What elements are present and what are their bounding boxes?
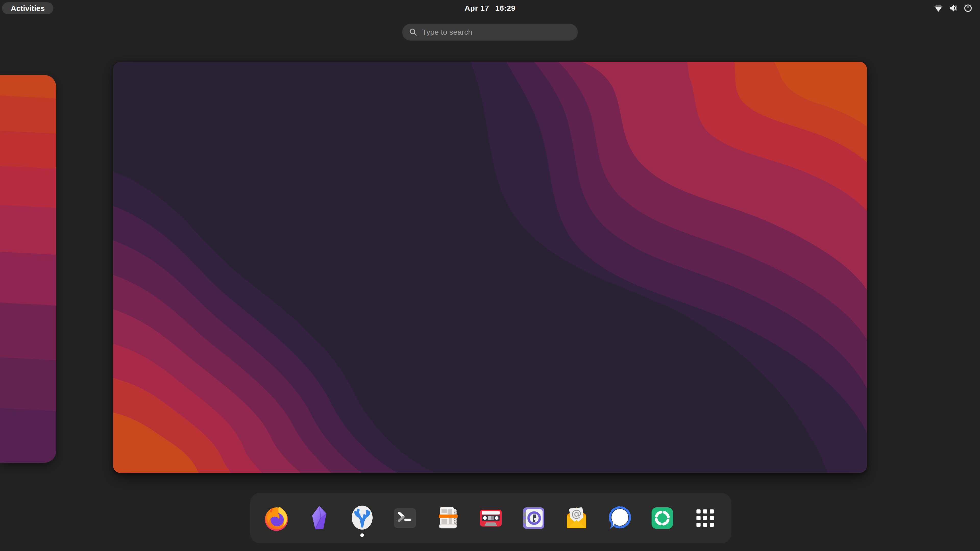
svg-text:NEWS: NEWS bbox=[453, 510, 458, 526]
safe-icon bbox=[519, 504, 548, 532]
clock[interactable]: Apr 17 16:29 bbox=[0, 0, 980, 16]
volume-icon bbox=[948, 3, 959, 14]
clock-date: Apr 17 bbox=[465, 4, 489, 13]
dock-item-signal-messenger[interactable] bbox=[605, 504, 634, 532]
app-grid-icon bbox=[691, 504, 719, 532]
clock-time: 16:29 bbox=[495, 4, 515, 13]
cassette-icon bbox=[476, 504, 505, 532]
dock-item-password-safe[interactable] bbox=[519, 504, 548, 532]
newspaper-icon: NEWS bbox=[434, 504, 462, 532]
search-bar[interactable] bbox=[402, 24, 578, 41]
dock-item-app-grid[interactable] bbox=[691, 504, 719, 532]
dock-item-obsidian[interactable] bbox=[305, 504, 334, 532]
obsidian-icon bbox=[305, 504, 334, 532]
dock-item-mail[interactable]: @ bbox=[562, 504, 591, 532]
dash-dock: NEWS @ bbox=[250, 493, 732, 543]
workspace-preview-active[interactable] bbox=[113, 62, 867, 473]
firefox-icon bbox=[262, 504, 291, 532]
wallpaper-image bbox=[113, 62, 867, 473]
wifi-icon bbox=[933, 3, 944, 14]
top-bar: Activities Apr 17 16:29 bbox=[0, 0, 980, 16]
running-indicator-dot bbox=[360, 534, 364, 537]
dock-item-sync-app[interactable] bbox=[648, 504, 676, 532]
system-status-area[interactable] bbox=[933, 0, 974, 16]
dock-item-coral-app[interactable] bbox=[348, 504, 376, 532]
dock-item-terminal[interactable] bbox=[391, 504, 419, 532]
dock-item-cassette-media[interactable] bbox=[476, 504, 505, 532]
svg-text:@: @ bbox=[571, 507, 582, 520]
sync-icon bbox=[648, 504, 676, 532]
search-icon bbox=[409, 28, 417, 37]
coral-icon bbox=[348, 504, 376, 532]
search-input[interactable] bbox=[422, 27, 573, 37]
signal-icon bbox=[605, 504, 634, 532]
terminal-icon bbox=[391, 504, 419, 532]
power-icon bbox=[963, 3, 974, 14]
dock-item-news-reader[interactable]: NEWS bbox=[434, 504, 462, 532]
mail-icon: @ bbox=[562, 504, 591, 532]
workspace-preview-left[interactable] bbox=[0, 75, 56, 463]
dock-item-firefox[interactable] bbox=[262, 504, 291, 532]
